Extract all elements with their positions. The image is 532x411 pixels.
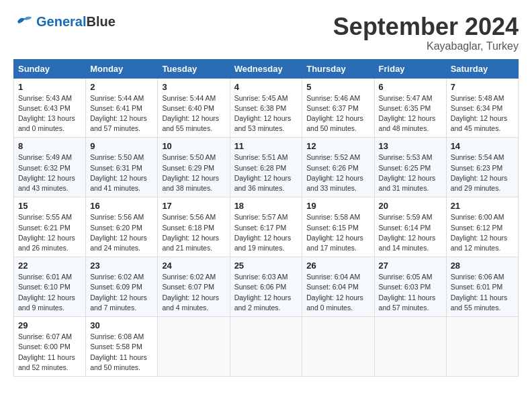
calendar-week-row: 8Sunrise: 5:49 AMSunset: 6:32 PMDaylight… [14,138,519,197]
calendar-week-row: 29Sunrise: 6:07 AMSunset: 6:00 PMDayligh… [14,317,519,377]
calendar-cell: 12Sunrise: 5:52 AMSunset: 6:26 PMDayligh… [302,138,374,197]
day-info: Sunrise: 5:50 AMSunset: 6:29 PMDaylight:… [162,152,225,193]
calendar-cell: 1Sunrise: 5:43 AMSunset: 6:43 PMDaylight… [14,78,86,138]
logo-blue: Blue [86,14,115,29]
day-number: 4 [234,82,298,92]
calendar-cell: 28Sunrise: 6:06 AMSunset: 6:01 PMDayligh… [446,257,518,317]
day-info: Sunrise: 5:57 AMSunset: 6:17 PMDaylight:… [234,212,298,253]
calendar-cell: 21Sunrise: 6:00 AMSunset: 6:12 PMDayligh… [446,197,518,257]
calendar-cell: 18Sunrise: 5:57 AMSunset: 6:17 PMDayligh… [230,197,302,257]
calendar-header-tuesday: Tuesday [158,59,230,78]
day-number: 16 [90,201,153,211]
calendar-week-row: 22Sunrise: 6:01 AMSunset: 6:10 PMDayligh… [14,257,519,317]
day-number: 15 [18,201,81,211]
day-info: Sunrise: 6:06 AMSunset: 6:01 PMDaylight:… [451,272,514,313]
day-number: 25 [234,261,298,271]
day-number: 13 [379,141,442,151]
calendar-cell [446,317,518,377]
day-info: Sunrise: 6:01 AMSunset: 6:10 PMDaylight:… [18,272,81,313]
calendar-cell: 22Sunrise: 6:01 AMSunset: 6:10 PMDayligh… [14,257,86,317]
calendar-cell: 3Sunrise: 5:44 AMSunset: 6:40 PMDaylight… [158,78,230,138]
calendar-cell: 6Sunrise: 5:47 AMSunset: 6:35 PMDaylight… [374,78,446,138]
calendar-cell: 17Sunrise: 5:56 AMSunset: 6:18 PMDayligh… [158,197,230,257]
day-info: Sunrise: 6:03 AMSunset: 6:06 PMDaylight:… [234,272,298,313]
title-block: September 2024 Kayabaglar, Turkey [333,13,519,52]
calendar-cell: 25Sunrise: 6:03 AMSunset: 6:06 PMDayligh… [230,257,302,317]
day-number: 5 [306,82,369,92]
day-info: Sunrise: 5:48 AMSunset: 6:34 PMDaylight:… [451,93,514,134]
calendar-header-sunday: Sunday [14,59,86,78]
day-number: 19 [306,201,369,211]
day-info: Sunrise: 6:07 AMSunset: 6:00 PMDaylight:… [18,332,81,373]
calendar-cell [374,317,446,377]
day-info: Sunrise: 6:08 AMSunset: 5:58 PMDaylight:… [90,332,153,373]
day-number: 17 [162,201,225,211]
day-info: Sunrise: 6:04 AMSunset: 6:04 PMDaylight:… [306,272,369,313]
calendar-cell: 23Sunrise: 6:02 AMSunset: 6:09 PMDayligh… [86,257,158,317]
day-info: Sunrise: 5:44 AMSunset: 6:40 PMDaylight:… [162,93,225,134]
day-info: Sunrise: 5:50 AMSunset: 6:31 PMDaylight:… [90,152,153,193]
calendar-cell: 2Sunrise: 5:44 AMSunset: 6:41 PMDaylight… [86,78,158,138]
calendar-cell: 27Sunrise: 6:05 AMSunset: 6:03 PMDayligh… [374,257,446,317]
calendar-header-friday: Friday [374,59,446,78]
day-info: Sunrise: 5:55 AMSunset: 6:21 PMDaylight:… [18,212,81,253]
calendar-cell: 11Sunrise: 5:51 AMSunset: 6:28 PMDayligh… [230,138,302,197]
day-info: Sunrise: 5:58 AMSunset: 6:15 PMDaylight:… [306,212,369,253]
calendar-cell: 4Sunrise: 5:45 AMSunset: 6:38 PMDaylight… [230,78,302,138]
calendar-header-wednesday: Wednesday [230,59,302,78]
day-info: Sunrise: 6:05 AMSunset: 6:03 PMDaylight:… [379,272,442,313]
calendar-cell: 19Sunrise: 5:58 AMSunset: 6:15 PMDayligh… [302,197,374,257]
day-info: Sunrise: 5:49 AMSunset: 6:32 PMDaylight:… [18,152,81,193]
calendar-cell: 20Sunrise: 5:59 AMSunset: 6:14 PMDayligh… [374,197,446,257]
day-number: 23 [90,261,153,271]
calendar-cell [158,317,230,377]
calendar-cell: 8Sunrise: 5:49 AMSunset: 6:32 PMDaylight… [14,138,86,197]
day-info: Sunrise: 5:47 AMSunset: 6:35 PMDaylight:… [379,93,442,134]
calendar-cell: 10Sunrise: 5:50 AMSunset: 6:29 PMDayligh… [158,138,230,197]
day-info: Sunrise: 5:46 AMSunset: 6:37 PMDaylight:… [306,93,369,134]
day-number: 10 [162,141,225,151]
day-info: Sunrise: 5:54 AMSunset: 6:23 PMDaylight:… [451,152,514,193]
day-number: 1 [18,82,81,92]
month-title: September 2024 [333,13,519,40]
calendar-cell: 24Sunrise: 6:02 AMSunset: 6:07 PMDayligh… [158,257,230,317]
calendar-header-thursday: Thursday [302,59,374,78]
calendar-cell [230,317,302,377]
day-info: Sunrise: 5:56 AMSunset: 6:20 PMDaylight:… [90,212,153,253]
calendar-table: SundayMondayTuesdayWednesdayThursdayFrid… [13,59,519,377]
day-number: 8 [18,141,81,151]
day-number: 29 [18,320,81,330]
logo-icon [13,13,34,30]
calendar-cell: 14Sunrise: 5:54 AMSunset: 6:23 PMDayligh… [446,138,518,197]
calendar-week-row: 1Sunrise: 5:43 AMSunset: 6:43 PMDaylight… [14,78,519,138]
day-number: 11 [234,141,298,151]
calendar-cell [302,317,374,377]
day-number: 12 [306,141,369,151]
day-info: Sunrise: 6:00 AMSunset: 6:12 PMDaylight:… [451,212,514,253]
page-header: GeneralBlue September 2024 Kayabaglar, T… [13,13,519,52]
calendar-cell: 9Sunrise: 5:50 AMSunset: 6:31 PMDaylight… [86,138,158,197]
calendar-header-monday: Monday [86,59,158,78]
day-info: Sunrise: 6:02 AMSunset: 6:07 PMDaylight:… [162,272,225,313]
calendar-header-row: SundayMondayTuesdayWednesdayThursdayFrid… [14,59,519,78]
day-number: 26 [306,261,369,271]
calendar-cell: 15Sunrise: 5:55 AMSunset: 6:21 PMDayligh… [14,197,86,257]
day-number: 3 [162,82,225,92]
day-info: Sunrise: 5:56 AMSunset: 6:18 PMDaylight:… [162,212,225,253]
day-info: Sunrise: 5:44 AMSunset: 6:41 PMDaylight:… [90,93,153,134]
calendar-cell: 16Sunrise: 5:56 AMSunset: 6:20 PMDayligh… [86,197,158,257]
calendar-cell: 13Sunrise: 5:53 AMSunset: 6:25 PMDayligh… [374,138,446,197]
day-number: 27 [379,261,442,271]
day-number: 6 [379,82,442,92]
day-number: 30 [90,320,153,330]
calendar-cell: 30Sunrise: 6:08 AMSunset: 5:58 PMDayligh… [86,317,158,377]
calendar-cell: 5Sunrise: 5:46 AMSunset: 6:37 PMDaylight… [302,78,374,138]
day-number: 24 [162,261,225,271]
day-number: 14 [451,141,514,151]
day-info: Sunrise: 5:51 AMSunset: 6:28 PMDaylight:… [234,152,298,193]
day-info: Sunrise: 5:52 AMSunset: 6:26 PMDaylight:… [306,152,369,193]
calendar-cell: 29Sunrise: 6:07 AMSunset: 6:00 PMDayligh… [14,317,86,377]
day-info: Sunrise: 5:53 AMSunset: 6:25 PMDaylight:… [379,152,442,193]
day-number: 28 [451,261,514,271]
day-number: 22 [18,261,81,271]
